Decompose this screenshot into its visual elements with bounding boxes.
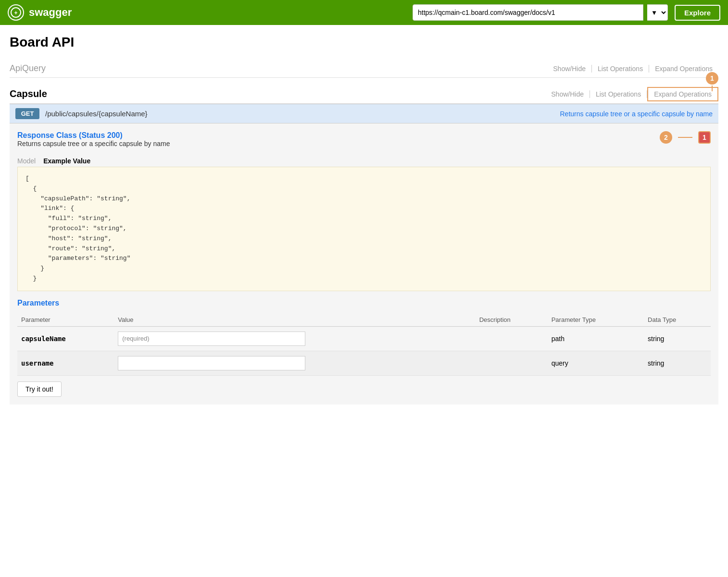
url-input[interactable] [413, 4, 643, 21]
apiquery-header: ApiQuery Show/Hide List Operations Expan… [10, 60, 718, 78]
explore-button[interactable]: Explore [675, 5, 720, 21]
col-value: Value [114, 313, 475, 327]
capsulename-input[interactable] [118, 331, 305, 346]
response-right: 2 1 [660, 131, 711, 144]
swagger-icon: + [8, 4, 24, 21]
url-dropdown[interactable]: ▼ [647, 4, 668, 21]
model-tab[interactable]: Model [17, 155, 36, 167]
parameters-table: Parameter Value Description Parameter Ty… [17, 313, 711, 376]
param-desc-username [476, 351, 548, 375]
params-header-row: Parameter Value Description Parameter Ty… [17, 313, 711, 327]
annotation-circle-2: 2 [660, 131, 672, 144]
param-type-username: query [548, 351, 644, 375]
header-center: ▼ Explore [413, 4, 720, 21]
endpoint-path: /public/capsules/{capsuleName} [45, 110, 560, 118]
parameters-title: Parameters [17, 299, 711, 307]
param-datatype-username: string [644, 351, 711, 375]
annotation-circle-1: 1 [706, 72, 718, 85]
annotation-line-top [712, 86, 713, 91]
capsule-expand-ops[interactable]: Expand Operations [647, 87, 718, 101]
main-content: Board API ApiQuery Show/Hide List Operat… [0, 25, 728, 414]
model-tabs: Model Example Value [17, 155, 711, 167]
param-desc-capsulename [476, 326, 548, 351]
parameters-section: Parameters Parameter Value Description P… [10, 291, 718, 405]
response-header: Response Class (Status 200) Returns caps… [17, 131, 711, 152]
response-title: Response Class (Status 200) [17, 131, 170, 140]
apiquery-expand-ops[interactable]: Expand Operations [649, 65, 718, 73]
example-value-tab[interactable]: Example Value [43, 155, 90, 167]
endpoint-description[interactable]: Returns capsule tree or a specific capsu… [560, 110, 713, 118]
annotation-line-h [678, 137, 692, 138]
page-title: Board API [10, 35, 718, 50]
apiquery-actions: Show/Hide List Operations Expand Operati… [547, 65, 718, 73]
col-description: Description [476, 313, 548, 327]
param-type-capsulename: path [548, 326, 644, 351]
response-header-left: Response Class (Status 200) Returns caps… [17, 131, 170, 152]
method-badge: GET [15, 108, 39, 119]
param-value-username [114, 351, 475, 375]
logo: + swagger [8, 4, 72, 21]
apiquery-list-ops[interactable]: List Operations [592, 65, 649, 73]
endpoint-row: GET /public/capsules/{capsuleName} Retur… [10, 104, 718, 123]
capsule-actions: Show/Hide List Operations 1 Expand Opera… [545, 90, 718, 98]
response-subtitle: Returns capsule tree or a specific capsu… [17, 140, 170, 147]
header: + swagger ▼ Explore [0, 0, 728, 25]
param-value-capsulename [114, 326, 475, 351]
capsule-section: Capsule Show/Hide List Operations 1 Expa… [10, 84, 718, 405]
capsule-title: Capsule [10, 88, 47, 99]
col-parameter: Parameter [17, 313, 114, 327]
param-datatype-capsulename: string [644, 326, 711, 351]
try-it-out-button[interactable]: Try it out! [17, 381, 62, 397]
expand-ops-wrapper: 1 Expand Operations [647, 90, 718, 98]
table-row: username query string [17, 351, 711, 375]
code-block: [ { "capsulePath": "string", "link": { "… [17, 167, 711, 291]
capsule-show-hide[interactable]: Show/Hide [545, 90, 590, 98]
col-data-type: Data Type [644, 313, 711, 327]
capsule-header: Capsule Show/Hide List Operations 1 Expa… [10, 84, 718, 104]
apiquery-title: ApiQuery [10, 63, 46, 74]
capsule-list-ops[interactable]: List Operations [590, 90, 647, 98]
param-name-capsulename: capsuleName [17, 326, 114, 351]
apiquery-show-hide[interactable]: Show/Hide [547, 65, 592, 73]
col-param-type: Parameter Type [548, 313, 644, 327]
table-row: capsuleName path string [17, 326, 711, 351]
username-input[interactable] [118, 356, 305, 370]
svg-text:+: + [14, 10, 17, 16]
response-area: Response Class (Status 200) Returns caps… [10, 123, 718, 291]
logo-text: swagger [29, 6, 72, 19]
annotation-badge-1: 1 [698, 131, 711, 144]
param-name-username: username [17, 351, 114, 375]
apiquery-section: ApiQuery Show/Hide List Operations Expan… [10, 60, 718, 78]
